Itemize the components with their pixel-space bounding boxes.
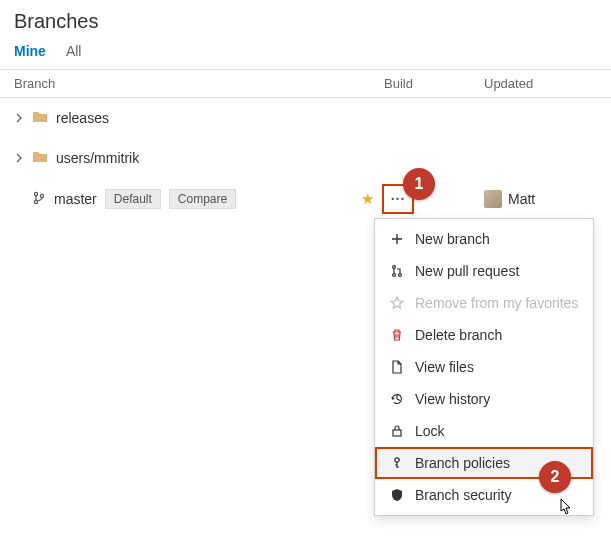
svg-rect-6 bbox=[393, 430, 401, 436]
svg-point-5 bbox=[399, 274, 402, 277]
menu-label: Branch policies bbox=[415, 455, 510, 471]
chevron-right-icon[interactable] bbox=[14, 113, 24, 123]
compare-badge: Compare bbox=[169, 189, 236, 209]
menu-delete-branch[interactable]: Delete branch bbox=[375, 319, 593, 351]
menu-label: View history bbox=[415, 391, 490, 407]
menu-new-branch[interactable]: New branch bbox=[375, 223, 593, 255]
callout-badge-2: 2 bbox=[539, 461, 571, 493]
history-icon bbox=[389, 392, 405, 406]
menu-new-pull-request[interactable]: New pull request bbox=[375, 255, 593, 287]
menu-lock[interactable]: Lock bbox=[375, 415, 593, 447]
menu-label: Lock bbox=[415, 423, 445, 439]
column-updated[interactable]: Updated bbox=[484, 76, 597, 91]
folder-icon bbox=[32, 150, 48, 167]
avatar bbox=[484, 190, 502, 208]
lock-icon bbox=[389, 424, 405, 438]
cursor-pointer-icon bbox=[555, 497, 575, 522]
folder-icon bbox=[32, 110, 48, 127]
svg-point-4 bbox=[393, 274, 396, 277]
svg-point-0 bbox=[34, 192, 37, 195]
file-icon bbox=[389, 360, 405, 374]
chevron-right-icon[interactable] bbox=[14, 153, 24, 163]
tab-all[interactable]: All bbox=[66, 43, 82, 63]
default-badge: Default bbox=[105, 189, 161, 209]
shield-icon bbox=[389, 488, 405, 502]
favorite-star-icon[interactable]: ★ bbox=[361, 190, 374, 208]
policy-icon bbox=[389, 456, 405, 470]
branch-name: master bbox=[54, 191, 97, 207]
column-build[interactable]: Build bbox=[384, 76, 484, 91]
branch-icon bbox=[32, 191, 46, 208]
column-branch[interactable]: Branch bbox=[14, 76, 384, 91]
menu-label: Remove from my favorites bbox=[415, 295, 578, 311]
plus-icon bbox=[389, 232, 405, 246]
svg-point-7 bbox=[395, 458, 399, 462]
folder-row-releases[interactable]: releases bbox=[0, 98, 611, 138]
trash-icon bbox=[389, 328, 405, 342]
menu-label: New branch bbox=[415, 231, 490, 247]
menu-view-files[interactable]: View files bbox=[375, 351, 593, 383]
updated-by-name[interactable]: Matt bbox=[508, 191, 535, 207]
pull-request-icon bbox=[389, 264, 405, 278]
callout-badge-1: 1 bbox=[403, 168, 435, 200]
folder-name: users/mmitrik bbox=[56, 150, 139, 166]
menu-label: New pull request bbox=[415, 263, 519, 279]
menu-remove-favorite: Remove from my favorites bbox=[375, 287, 593, 319]
menu-view-history[interactable]: View history bbox=[375, 383, 593, 415]
page-title: Branches bbox=[14, 10, 597, 33]
svg-point-3 bbox=[393, 266, 396, 269]
svg-point-2 bbox=[40, 194, 43, 197]
menu-label: Branch security bbox=[415, 487, 511, 503]
branch-row-master[interactable]: master Default Compare ★ ··· Matt bbox=[0, 178, 611, 220]
menu-label: Delete branch bbox=[415, 327, 502, 343]
folder-row-users[interactable]: users/mmitrik bbox=[0, 138, 611, 178]
svg-point-1 bbox=[34, 200, 37, 203]
tab-mine[interactable]: Mine bbox=[14, 43, 46, 63]
folder-name: releases bbox=[56, 110, 109, 126]
column-header-row: Branch Build Updated bbox=[0, 69, 611, 98]
star-outline-icon bbox=[389, 296, 405, 310]
tabs: Mine All bbox=[14, 43, 597, 69]
menu-label: View files bbox=[415, 359, 474, 375]
